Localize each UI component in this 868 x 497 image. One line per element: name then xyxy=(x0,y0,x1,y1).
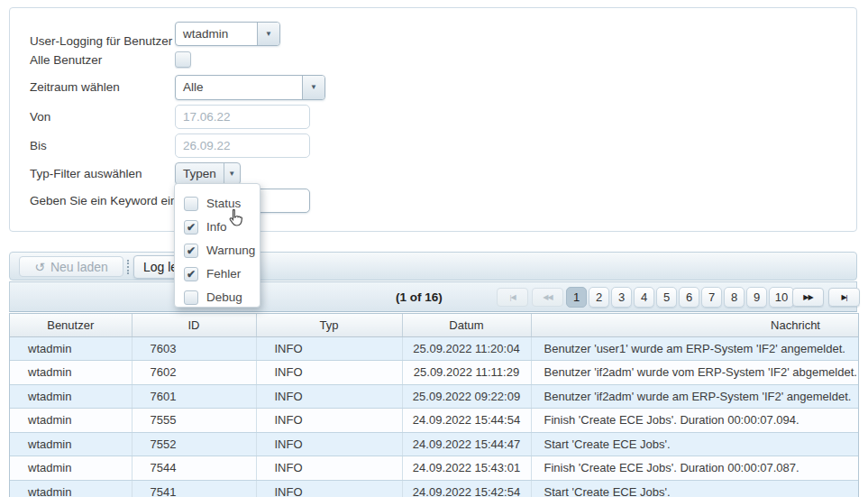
typ-filter-button-label: Typen xyxy=(176,163,224,184)
toolbar-separator xyxy=(127,260,129,274)
all-users-label: Alle Benutzer xyxy=(30,52,102,69)
cell-typ: INFO xyxy=(256,480,402,497)
cell-typ: INFO xyxy=(256,409,402,433)
table-row[interactable]: wtadmin 7541 INFO 24.09.2022 15:42:54 St… xyxy=(10,480,858,497)
cell-benutzer: wtadmin xyxy=(10,336,132,361)
checkbox-unchecked[interactable] xyxy=(184,290,198,305)
typ-filter-dropdown-panel: Status Info Warnung Fehler Debug xyxy=(174,183,260,308)
reload-button[interactable]: ↺ Neu laden xyxy=(19,256,123,277)
page-button-5[interactable]: 5 xyxy=(656,287,677,308)
table-row[interactable]: wtadmin 7601 INFO 25.09.2022 09:22:09 Be… xyxy=(10,384,858,409)
column-header-id[interactable]: ID xyxy=(132,314,256,336)
multiselect-option-debug[interactable]: Debug xyxy=(184,286,260,308)
filter-form-panel: User-Logging für Benutzer wtadmin ▼ Alle… xyxy=(9,7,857,232)
last-page-button[interactable]: ▶| xyxy=(828,288,860,307)
refresh-icon: ↺ xyxy=(34,260,45,274)
cell-datum: 25.09.2022 09:22:09 xyxy=(402,384,531,409)
cell-id: 7544 xyxy=(132,456,256,481)
bis-input[interactable] xyxy=(175,133,310,158)
von-label: Von xyxy=(30,105,50,129)
prev-page-button[interactable]: ◀◀ xyxy=(532,288,563,307)
dropdown-trigger[interactable]: ▼ xyxy=(302,76,324,99)
cell-id: 7552 xyxy=(132,432,256,456)
cell-typ: INFO xyxy=(256,361,402,385)
page-button-9[interactable]: 9 xyxy=(746,287,767,308)
typ-filter-label: Typ-Filter auswählen xyxy=(30,162,142,185)
cell-nachricht: Finish 'Create ECE Jobs'. Duration 00:00… xyxy=(531,456,858,481)
checkbox-unchecked[interactable] xyxy=(184,197,198,211)
column-header-nachricht[interactable]: Nachricht xyxy=(531,314,858,336)
cell-benutzer: wtadmin xyxy=(10,384,132,409)
cell-typ: INFO xyxy=(256,336,402,361)
paginator: (1 of 16) |◀ ◀◀ 1 2 3 4 5 6 7 8 9 10 ▶▶ … xyxy=(9,281,857,312)
user-select[interactable]: wtadmin ▼ xyxy=(175,22,280,46)
period-select[interactable]: Alle ▼ xyxy=(175,75,325,100)
page-button-1[interactable]: 1 xyxy=(566,287,587,308)
multiselect-option-warnung[interactable]: Warnung xyxy=(184,239,260,262)
page-button-6[interactable]: 6 xyxy=(679,287,699,308)
page-button-8[interactable]: 8 xyxy=(724,287,745,308)
column-header-benutzer[interactable]: Benutzer xyxy=(10,314,132,336)
column-header-datum[interactable]: Datum xyxy=(402,314,531,336)
cell-datum: 24.09.2022 15:44:47 xyxy=(402,432,531,456)
dropdown-trigger[interactable]: ▼ xyxy=(257,23,279,45)
page-button-3[interactable]: 3 xyxy=(611,287,632,308)
chevron-down-icon: ▼ xyxy=(224,163,240,184)
page-button-4[interactable]: 4 xyxy=(634,287,654,308)
next-page-button[interactable]: ▶▶ xyxy=(792,288,824,307)
cell-benutzer: wtadmin xyxy=(10,456,132,481)
column-header-typ[interactable]: Typ xyxy=(256,314,402,336)
cell-typ: INFO xyxy=(256,384,402,409)
multiselect-option-info[interactable]: Info xyxy=(184,216,260,238)
table-header-row: Benutzer ID Typ Datum Nachricht xyxy=(10,314,858,336)
cell-datum: 25.09.2022 11:11:29 xyxy=(402,361,531,385)
cell-typ: INFO xyxy=(256,432,402,456)
log-table: Benutzer ID Typ Datum Nachricht wtadmin … xyxy=(9,313,859,497)
cell-datum: 25.09.2022 11:20:04 xyxy=(402,336,531,361)
cell-datum: 24.09.2022 15:44:54 xyxy=(402,409,531,433)
cell-datum: 24.09.2022 15:43:01 xyxy=(402,456,531,481)
cell-nachricht: Benutzer 'if2adm' wurde am ERP-System 'I… xyxy=(531,384,858,409)
cell-benutzer: wtadmin xyxy=(10,480,132,497)
cell-nachricht: Benutzer 'if2adm' wurde vom ERP-System '… xyxy=(531,361,858,385)
page-button-7[interactable]: 7 xyxy=(701,287,722,308)
user-select-label: User-Logging für Benutzer xyxy=(30,29,172,53)
von-input[interactable] xyxy=(175,105,310,129)
option-label: Warnung xyxy=(206,244,255,257)
multiselect-option-fehler[interactable]: Fehler xyxy=(184,262,260,285)
table-row[interactable]: wtadmin 7602 INFO 25.09.2022 11:11:29 Be… xyxy=(10,361,858,385)
page-button-2[interactable]: 2 xyxy=(589,287,609,308)
checkbox-checked[interactable] xyxy=(184,220,198,235)
option-label: Fehler xyxy=(206,267,241,281)
multiselect-option-status[interactable]: Status xyxy=(184,192,260,215)
period-select-label: Zeitraum wählen xyxy=(30,75,120,100)
period-select-value: Alle xyxy=(176,76,302,99)
table-row[interactable]: wtadmin 7603 INFO 25.09.2022 11:20:04 Be… xyxy=(10,336,858,361)
cell-benutzer: wtadmin xyxy=(10,409,132,433)
chevron-down-icon: ▼ xyxy=(310,84,317,91)
paginator-status: (1 of 16) xyxy=(396,282,443,312)
checkbox-checked[interactable] xyxy=(184,244,198,258)
cell-datum: 24.09.2022 15:42:54 xyxy=(402,480,531,497)
table-row[interactable]: wtadmin 7544 INFO 24.09.2022 15:43:01 Fi… xyxy=(10,456,858,481)
table-row[interactable]: wtadmin 7552 INFO 24.09.2022 15:44:47 St… xyxy=(10,432,858,456)
hand-cursor-icon xyxy=(225,207,247,229)
table-row[interactable]: wtadmin 7555 INFO 24.09.2022 15:44:54 Fi… xyxy=(10,409,858,433)
user-select-value: wtadmin xyxy=(176,23,257,45)
cell-id: 7601 xyxy=(132,384,256,409)
typ-filter-button[interactable]: Typen ▼ xyxy=(175,162,241,185)
keyword-label: Geben Sie ein Keyword ein xyxy=(30,189,178,213)
cell-nachricht: Start 'Create ECE Jobs'. xyxy=(531,432,858,456)
cell-id: 7603 xyxy=(132,336,256,361)
first-page-button[interactable]: |◀ xyxy=(497,288,528,307)
page-button-10[interactable]: 10 xyxy=(769,287,794,308)
cell-benutzer: wtadmin xyxy=(10,432,132,456)
cell-typ: INFO xyxy=(256,456,402,481)
cell-id: 7602 xyxy=(132,361,256,385)
cell-id: 7555 xyxy=(132,409,256,433)
option-label: Info xyxy=(206,220,227,234)
all-users-checkbox[interactable] xyxy=(175,51,191,68)
chevron-down-icon: ▼ xyxy=(265,31,272,38)
cell-nachricht: Start 'Create ECE Jobs'. xyxy=(531,480,858,497)
checkbox-checked[interactable] xyxy=(184,267,198,281)
